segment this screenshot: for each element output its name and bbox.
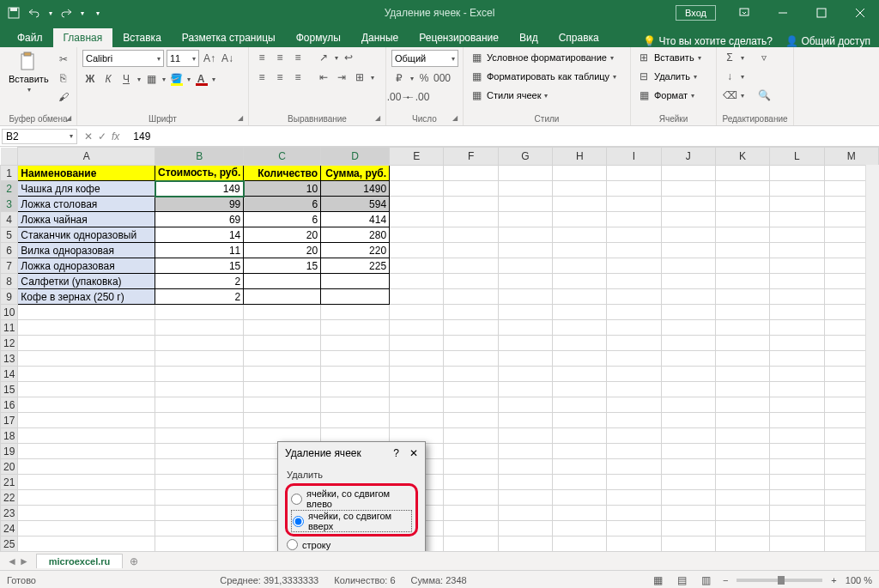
cell[interactable]: [498, 397, 552, 413]
cell[interactable]: [244, 413, 321, 428]
copy-icon[interactable]: ⎘: [56, 70, 71, 86]
decrease-font-icon[interactable]: A↓: [220, 51, 235, 66]
cell[interactable]: [607, 367, 661, 382]
cancel-formula-icon[interactable]: ✕: [84, 130, 93, 142]
cell[interactable]: Вилка одноразовая: [18, 243, 155, 258]
conditional-formatting-button[interactable]: ▦Условное форматирование▾: [469, 50, 614, 65]
cell[interactable]: [498, 181, 552, 197]
cell[interactable]: [390, 382, 444, 397]
cell[interactable]: [444, 289, 498, 305]
cell[interactable]: [553, 181, 607, 197]
cell[interactable]: [390, 243, 444, 258]
cell[interactable]: [390, 258, 444, 274]
cell[interactable]: [321, 274, 390, 289]
cell[interactable]: [390, 351, 444, 367]
number-format-combo[interactable]: Общий▾: [391, 50, 458, 67]
cell[interactable]: [498, 428, 552, 444]
row-header[interactable]: 8: [1, 274, 18, 289]
cell[interactable]: [661, 258, 715, 274]
currency-icon[interactable]: ₽: [391, 70, 407, 86]
cell[interactable]: [321, 289, 390, 305]
cell[interactable]: [607, 475, 661, 490]
row-header[interactable]: 9: [1, 289, 18, 305]
cell[interactable]: [498, 490, 552, 506]
cell[interactable]: [444, 336, 498, 351]
cell[interactable]: [390, 274, 444, 289]
cell[interactable]: [244, 336, 321, 351]
cell[interactable]: [155, 336, 244, 351]
sort-filter-icon[interactable]: ▿: [756, 50, 772, 65]
cell[interactable]: [498, 475, 552, 490]
cell[interactable]: [661, 367, 715, 382]
cell[interactable]: [661, 397, 715, 413]
cell[interactable]: [390, 397, 444, 413]
fill-icon[interactable]: ↓: [722, 69, 737, 84]
row-header[interactable]: 4: [1, 212, 18, 227]
cell[interactable]: [661, 536, 715, 552]
cell[interactable]: [661, 305, 715, 320]
cell[interactable]: [155, 305, 244, 320]
cell[interactable]: [715, 444, 769, 459]
cell[interactable]: [770, 289, 824, 305]
cell[interactable]: [661, 212, 715, 227]
col-header[interactable]: D: [321, 148, 390, 166]
cell[interactable]: [553, 490, 607, 506]
row-header[interactable]: 1: [1, 166, 18, 181]
orientation-icon[interactable]: ↗: [316, 50, 331, 65]
cell[interactable]: [661, 382, 715, 397]
cell[interactable]: [553, 475, 607, 490]
increase-font-icon[interactable]: A↑: [202, 51, 217, 66]
cell[interactable]: [444, 444, 498, 459]
row-header[interactable]: 14: [1, 367, 18, 382]
cell[interactable]: 20: [244, 227, 321, 243]
cell[interactable]: [715, 351, 769, 367]
cell[interactable]: [390, 227, 444, 243]
enter-formula-icon[interactable]: ✓: [98, 130, 106, 142]
cell[interactable]: [321, 320, 390, 336]
row-header[interactable]: 2: [1, 181, 18, 197]
decrease-decimal-icon[interactable]: ←.00: [409, 89, 425, 105]
cell[interactable]: [607, 305, 661, 320]
cell[interactable]: 594: [321, 197, 390, 212]
row-header[interactable]: 24: [1, 521, 18, 536]
row-header[interactable]: 16: [1, 397, 18, 413]
maximize-icon[interactable]: [802, 0, 840, 26]
cell[interactable]: [18, 367, 155, 382]
cell[interactable]: [770, 506, 824, 521]
cell[interactable]: [661, 181, 715, 197]
cell[interactable]: Салфетки (упаковка): [18, 274, 155, 289]
cell[interactable]: [661, 444, 715, 459]
cell[interactable]: [661, 197, 715, 212]
cell[interactable]: [498, 521, 552, 536]
close-icon[interactable]: [840, 0, 879, 26]
cell[interactable]: 14: [155, 227, 244, 243]
cell[interactable]: 414: [321, 212, 390, 227]
cell[interactable]: [498, 243, 552, 258]
cell[interactable]: [444, 536, 498, 552]
cell[interactable]: [155, 444, 244, 459]
cell[interactable]: [498, 444, 552, 459]
cell[interactable]: [18, 428, 155, 444]
row-header[interactable]: 7: [1, 258, 18, 274]
cell[interactable]: [607, 521, 661, 536]
cell[interactable]: [244, 289, 321, 305]
cell[interactable]: [770, 459, 824, 475]
cell[interactable]: [553, 536, 607, 552]
cell[interactable]: [770, 197, 824, 212]
cell[interactable]: [321, 336, 390, 351]
cell[interactable]: [244, 274, 321, 289]
cell[interactable]: [770, 166, 824, 181]
cell[interactable]: Ложка столовая: [18, 197, 155, 212]
cell[interactable]: [715, 320, 769, 336]
cell[interactable]: [444, 258, 498, 274]
col-header[interactable]: I: [607, 148, 661, 166]
cell[interactable]: [770, 490, 824, 506]
zoom-slider[interactable]: [737, 579, 822, 582]
row-header[interactable]: 15: [1, 382, 18, 397]
cell[interactable]: [607, 428, 661, 444]
cell[interactable]: [155, 351, 244, 367]
tab-help[interactable]: Справка: [549, 28, 609, 47]
autosum-icon[interactable]: Σ: [722, 50, 737, 65]
cell[interactable]: [770, 243, 824, 258]
cell[interactable]: [661, 351, 715, 367]
